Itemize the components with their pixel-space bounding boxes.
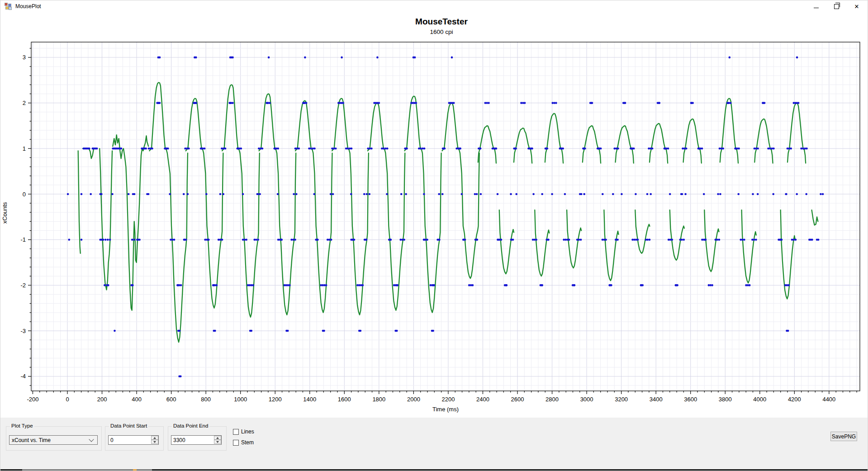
svg-text:1600: 1600 xyxy=(338,396,351,403)
lines-checkbox-label: Lines xyxy=(241,428,254,435)
stem-checkbox-label: Stem xyxy=(241,439,254,446)
lines-checkbox-row: Lines xyxy=(233,428,254,435)
taskbar-sliver[interactable] xyxy=(0,469,868,471)
svg-text:2: 2 xyxy=(23,100,26,106)
svg-text:1400: 1400 xyxy=(303,396,316,403)
svg-text:3000: 3000 xyxy=(580,396,593,403)
arrow-up-icon xyxy=(216,437,219,439)
data-point-start-group: Data Point Start xyxy=(105,426,164,451)
plot-type-group: Plot Type xCount vs. Time xyxy=(6,426,102,451)
taskbar-segment xyxy=(22,469,152,471)
control-strip: Plot Type xCount vs. Time Data Point Sta… xyxy=(0,418,868,469)
svg-text:-2: -2 xyxy=(20,282,26,289)
svg-text:2600: 2600 xyxy=(511,396,524,403)
svg-text:-200: -200 xyxy=(27,396,38,403)
data-point-end-label: Data Point End xyxy=(172,423,209,428)
svg-text:3: 3 xyxy=(23,54,26,61)
taskbar-accent xyxy=(133,469,137,471)
end-spin-down-button[interactable] xyxy=(214,440,221,444)
data-point-start-input[interactable] xyxy=(109,436,152,444)
lines-checkbox[interactable] xyxy=(233,429,239,435)
data-point-end-group: Data Point End xyxy=(168,426,227,451)
svg-text:1200: 1200 xyxy=(269,396,282,403)
data-point-start-spinner xyxy=(108,435,159,445)
svg-text:2000: 2000 xyxy=(407,396,420,403)
plot-canvas: -200020040060080010001200140016001800200… xyxy=(0,0,868,418)
end-spin-up-button[interactable] xyxy=(214,436,221,440)
svg-text:0: 0 xyxy=(66,396,69,403)
arrow-down-icon xyxy=(153,441,156,443)
plot-type-dropdown[interactable]: xCount vs. Time xyxy=(9,435,98,445)
svg-text:1800: 1800 xyxy=(372,396,385,403)
svg-text:-4: -4 xyxy=(20,373,26,380)
svg-text:4200: 4200 xyxy=(788,396,801,403)
svg-text:4400: 4400 xyxy=(822,396,835,403)
svg-text:-3: -3 xyxy=(20,328,26,334)
start-spin-down-button[interactable] xyxy=(151,440,158,444)
data-point-end-input[interactable] xyxy=(171,436,215,444)
svg-text:600: 600 xyxy=(166,396,176,403)
start-spin-up-button[interactable] xyxy=(151,436,158,440)
svg-text:0: 0 xyxy=(23,191,26,198)
save-png-button[interactable]: SavePNG xyxy=(830,432,857,441)
stem-checkbox-row: Stem xyxy=(233,439,254,446)
plot-type-label: Plot Type xyxy=(10,423,34,428)
data-point-end-spinner xyxy=(171,435,222,445)
svg-text:200: 200 xyxy=(97,396,107,403)
arrow-down-icon xyxy=(216,441,219,443)
svg-text:3400: 3400 xyxy=(650,396,663,403)
svg-text:4000: 4000 xyxy=(753,396,766,403)
arrow-up-icon xyxy=(153,437,156,439)
data-point-start-label: Data Point Start xyxy=(109,423,148,428)
chevron-down-icon xyxy=(89,437,94,442)
svg-text:800: 800 xyxy=(201,396,211,403)
svg-text:2800: 2800 xyxy=(545,396,559,403)
svg-text:1: 1 xyxy=(23,145,26,152)
svg-text:-1: -1 xyxy=(20,236,26,243)
svg-text:3600: 3600 xyxy=(684,396,697,403)
svg-text:3200: 3200 xyxy=(615,396,628,403)
svg-text:1000: 1000 xyxy=(234,396,247,403)
svg-text:2200: 2200 xyxy=(441,396,455,403)
svg-text:3800: 3800 xyxy=(719,396,732,403)
app-window: MousePlot ✕ MouseTester 1600 cpi xCounts… xyxy=(0,0,868,471)
plot-type-value: xCount vs. Time xyxy=(12,437,90,443)
svg-text:400: 400 xyxy=(132,396,142,403)
stem-checkbox[interactable] xyxy=(233,440,239,446)
svg-text:2400: 2400 xyxy=(476,396,489,403)
